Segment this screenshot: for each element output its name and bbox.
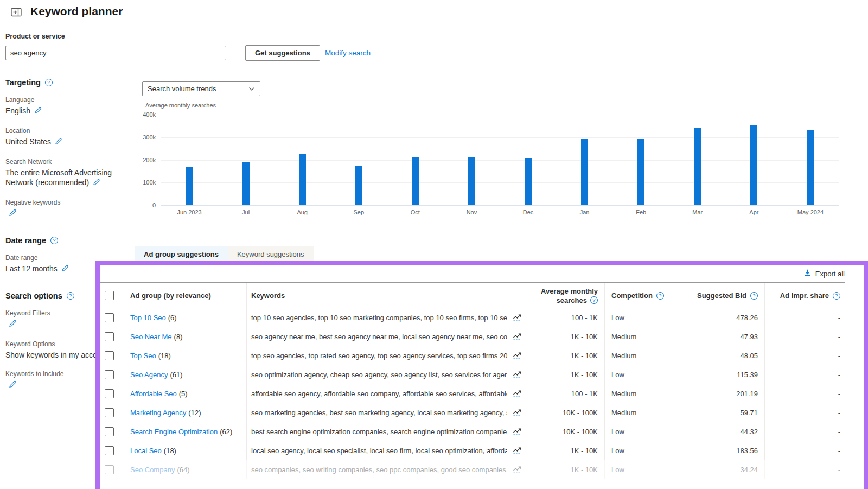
ad-group-link[interactable]: Seo Agency [130,371,168,379]
search-network-field: Search Network The entire Microsoft Adve… [5,158,115,188]
keyword-options-value: Show keywords in my account [5,351,107,359]
edit-network-icon[interactable] [92,178,100,188]
search-options-help-icon[interactable]: ? [67,292,74,300]
chart-bar [242,162,250,205]
chart-bar [186,167,193,205]
row-checkbox[interactable] [105,408,114,417]
trend-chart-icon[interactable] [513,390,522,398]
product-service-input[interactable] [5,46,226,60]
competition-value: Low [605,460,686,479]
targeting-help-icon[interactable]: ? [45,79,53,86]
table-row: Affordable Seo(5) affordable seo agency,… [100,384,845,403]
row-checkbox[interactable] [105,313,114,322]
trend-chart-icon[interactable] [513,447,522,455]
location-field: Location United States [5,127,115,148]
trend-chart-icon[interactable] [513,371,522,379]
col-ad-impr-share-label: Ad impr. share [780,291,829,300]
edit-location-icon[interactable] [54,137,62,148]
tab-ad-group-suggestions[interactable]: Ad group suggestions [135,246,228,262]
page-title: Keyword planner [30,5,123,18]
competition-help-icon[interactable]: ? [656,292,664,300]
trend-chart-icon[interactable] [513,314,522,322]
get-suggestions-button[interactable]: Get suggestions [245,45,320,61]
ad-impr-share-help-icon[interactable]: ? [833,292,840,300]
trend-chart-icon[interactable] [513,428,522,436]
competition-value: Low [605,365,686,384]
chart-yticks: 400k300k200k100k0 [135,115,159,205]
edit-negative-keywords-icon[interactable] [8,209,17,219]
topbar-divider [0,24,868,24]
ad-impr-share-value: - [765,384,845,403]
keyword-count: (12) [188,409,201,417]
ad-impr-share-value: - [765,441,845,460]
chart-type-dropdown[interactable]: Search volume trends [142,81,260,96]
keyword-count: (62) [220,428,232,436]
edit-keywords-to-include-icon[interactable] [8,381,17,390]
row-checkbox[interactable] [105,332,114,341]
row-checkbox[interactable] [105,389,114,398]
suggested-bid-value: 34.24 [686,460,765,479]
row-checkbox[interactable] [105,351,114,360]
ad-impr-share-value: - [765,403,845,422]
edit-language-icon[interactable] [34,106,42,117]
daterange-help-icon[interactable]: ? [50,237,58,244]
table-row: Seo Near Me(8) seo agency near me, best … [100,327,845,346]
negative-keywords-field: Negative keywords [5,199,115,219]
export-all-button[interactable]: Export all [815,270,845,278]
col-keywords[interactable]: Keywords [247,283,507,308]
keyword-count: (18) [164,447,176,455]
chart-plot [161,115,839,205]
row-checkbox[interactable] [105,427,114,436]
ad-group-link[interactable]: Top 10 Seo [130,314,166,322]
avg-searches-help-icon[interactable]: ? [590,296,598,304]
ad-group-link[interactable]: Seo Near Me [130,333,172,341]
trend-chart-icon[interactable] [513,409,522,417]
trend-chart-icon[interactable] [513,466,522,474]
keywords-cell: seo agency near me, best seo agency near… [247,327,507,346]
avg-searches-value: 1K - 10K [570,466,598,474]
chart-bar [525,158,532,205]
col-avg-monthly-searches[interactable]: Average monthly searches? [507,283,605,308]
keyword-count: (18) [158,352,171,360]
ad-group-link[interactable]: Local Seo [130,447,162,455]
keyword-count: (64) [177,466,189,474]
ad-group-link[interactable]: Top Seo [130,352,156,360]
chart-bar [299,154,306,205]
row-checkbox[interactable] [105,446,114,455]
keywords-cell: top 10 seo agencies, top 10 seo marketin… [247,308,507,327]
keywords-cell: seo marketing agencies, best seo marketi… [247,403,507,422]
ad-group-link[interactable]: Search Engine Optimization [130,428,218,436]
table-row: Marketing Agency(12) seo marketing agenc… [100,403,845,422]
modify-search-link[interactable]: Modify search [325,49,371,57]
table-row: Search Engine Optimization(62) best sear… [100,422,845,441]
row-checkbox[interactable] [105,370,114,379]
col-suggested-bid[interactable]: Suggested Bid ? [686,283,765,308]
ad-group-link[interactable]: Marketing Agency [130,409,186,417]
ad-group-link[interactable]: Seo Company [130,466,175,474]
table-row: Seo Company(64) seo companies, seo writi… [100,460,845,479]
col-avg-line2: searches [557,296,587,305]
ad-group-link[interactable]: Affordable Seo [130,390,177,398]
tab-keyword-suggestions[interactable]: Keyword suggestions [228,246,314,262]
table-row: Local Seo(18) local seo agency, local se… [100,441,845,460]
edit-daterange-icon[interactable] [61,264,69,275]
suggested-bid-value: 47.93 [686,327,765,346]
chevron-down-icon [248,85,255,93]
col-ad-impr-share[interactable]: Ad impr. share ? [765,283,845,308]
col-ad-group[interactable]: Ad group (by relevance) [125,283,247,308]
avg-searches-value: 10K - 100K [563,428,598,436]
competition-value: Medium [605,346,686,365]
select-all-checkbox[interactable] [105,291,114,300]
suggested-bid-help-icon[interactable]: ? [750,292,758,300]
edit-keyword-filters-icon[interactable] [8,320,17,329]
ad-impr-share-value: - [765,460,845,479]
trend-chart-icon[interactable] [513,352,522,360]
chart-bar [750,125,757,205]
language-label: Language [5,96,115,104]
suggestions-tabs: Ad group suggestions Keyword suggestions [135,246,314,262]
collapse-panel-icon[interactable] [11,8,22,19]
row-checkbox[interactable] [105,465,114,474]
daterange-title-text: Date range [5,236,46,245]
col-competition[interactable]: Competition ? [605,283,686,308]
trend-chart-icon[interactable] [513,333,522,341]
